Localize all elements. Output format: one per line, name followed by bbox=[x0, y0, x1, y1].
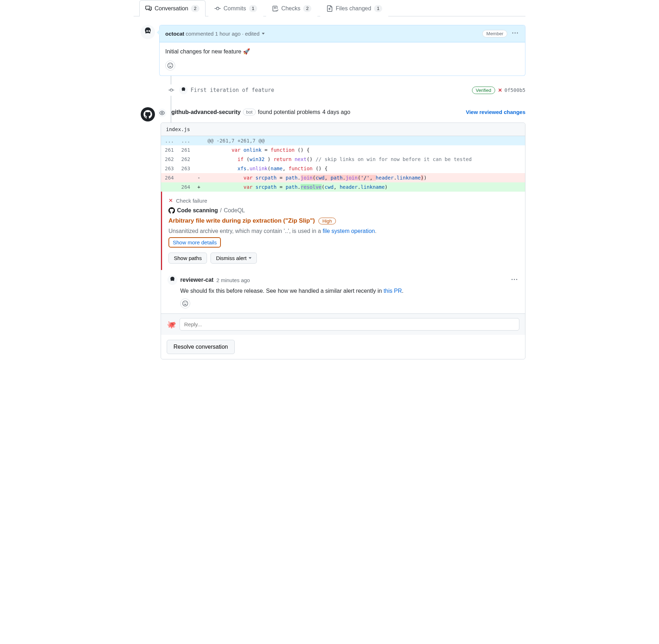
member-badge: Member bbox=[482, 30, 507, 37]
reply-input-row: 🐙 bbox=[161, 313, 525, 335]
comment-body: Initial changes for new feature 🚀 bbox=[160, 42, 525, 61]
commit-sha[interactable]: 0f500b5 bbox=[504, 87, 525, 93]
severity-badge: High bbox=[318, 218, 336, 224]
scanner-name: Code scanning bbox=[177, 207, 218, 214]
alert-desc-link[interactable]: file system operation bbox=[323, 228, 375, 234]
tab-commits[interactable]: Commits 1 bbox=[208, 0, 263, 16]
show-more-details-link[interactable]: Show more details bbox=[173, 239, 217, 245]
tab-checks-label: Checks bbox=[281, 5, 300, 12]
tab-conversation[interactable]: Conversation 2 bbox=[139, 0, 206, 16]
author-avatar[interactable] bbox=[141, 25, 155, 39]
add-reaction-button[interactable] bbox=[165, 61, 175, 71]
edited-dropdown-icon[interactable] bbox=[262, 33, 265, 35]
diff-line[interactable]: 263263 xfs.unlink(name, function () { bbox=[161, 164, 525, 173]
file-diff-icon bbox=[326, 5, 333, 12]
review-verb: found potential problems bbox=[258, 109, 320, 115]
inline-reply-comment: reviewer-cat 2 minutes ago We should fix… bbox=[161, 270, 525, 313]
comment-time[interactable]: 1 hour ago bbox=[215, 31, 241, 37]
current-user-avatar: 🐙 bbox=[167, 320, 176, 329]
bot-badge: bot bbox=[243, 109, 256, 115]
reply-author[interactable]: reviewer-cat bbox=[180, 277, 213, 283]
commit-icon bbox=[166, 84, 177, 96]
diff-table: ......@@ -261,7 +261,7 @@261261 var onli… bbox=[161, 136, 525, 192]
svg-point-1 bbox=[146, 31, 147, 32]
chevron-down-icon bbox=[249, 257, 251, 259]
tab-checks[interactable]: Checks 2 bbox=[266, 0, 318, 16]
tab-files[interactable]: Files changed 1 bbox=[320, 0, 388, 16]
reply-menu-button[interactable] bbox=[510, 275, 519, 285]
reviewer-avatar[interactable] bbox=[141, 107, 155, 121]
verified-badge[interactable]: Verified bbox=[472, 87, 495, 94]
tab-files-label: Files changed bbox=[336, 5, 371, 12]
main-comment: octocat commented 1 hour ago · edited Me… bbox=[159, 25, 525, 76]
diff-line[interactable]: 264+ var srcpath = path.resolve(cwd, hea… bbox=[161, 182, 525, 192]
reply-add-reaction-button[interactable] bbox=[180, 298, 190, 308]
commit-message[interactable]: First iteration of feature bbox=[191, 87, 472, 93]
checklist-icon bbox=[272, 5, 279, 12]
tab-conversation-count: 2 bbox=[191, 5, 199, 12]
tab-conversation-label: Conversation bbox=[155, 5, 188, 12]
commit-author-avatar[interactable] bbox=[179, 86, 188, 94]
reply-body-link[interactable]: this PR bbox=[384, 288, 402, 294]
resolve-conversation-button[interactable]: Resolve conversation bbox=[167, 340, 235, 354]
view-reviewed-changes-link[interactable]: View reviewed changes bbox=[466, 109, 525, 115]
git-commit-icon bbox=[214, 5, 221, 12]
github-mark-icon bbox=[168, 207, 175, 214]
check-failure-label: Check failure bbox=[176, 198, 207, 204]
review-eye-icon bbox=[157, 108, 167, 118]
reply-time[interactable]: 2 minutes ago bbox=[216, 277, 250, 283]
review-file-box: index.js ......@@ -261,7 +261,7 @@261261… bbox=[161, 123, 525, 359]
comment-verb: commented bbox=[186, 31, 213, 37]
alert-title: Arbitrary file write during zip extracti… bbox=[168, 217, 315, 224]
diff-line[interactable]: 261261 var onlink = function () { bbox=[161, 145, 525, 155]
commit-status-fail-icon[interactable]: ✕ bbox=[498, 87, 502, 93]
dismiss-alert-button[interactable]: Dismiss alert bbox=[211, 253, 257, 264]
tab-files-count: 1 bbox=[374, 5, 382, 12]
review-time[interactable]: 4 days ago bbox=[322, 109, 350, 115]
review-author[interactable]: github-advanced-security bbox=[171, 109, 241, 115]
show-more-details-highlight: Show more details bbox=[168, 237, 221, 248]
tab-commits-label: Commits bbox=[224, 5, 246, 12]
code-scanning-alert: ✕ Check failure Code scanning / CodeQL A… bbox=[161, 192, 525, 270]
reply-input[interactable] bbox=[180, 318, 519, 331]
diff-line[interactable]: 264- var srcpath = path.join(cwd, path.j… bbox=[161, 173, 525, 182]
diff-line[interactable]: 262262 if (win32 ) return next() // skip… bbox=[161, 155, 525, 164]
show-paths-button[interactable]: Show paths bbox=[168, 253, 207, 264]
pr-tabnav: Conversation 2 Commits 1 Checks 2 Files … bbox=[134, 0, 525, 16]
alert-description: Unsanitized archive entry, which may con… bbox=[168, 228, 519, 234]
tab-checks-count: 2 bbox=[303, 5, 311, 12]
comment-discussion-icon bbox=[145, 5, 152, 12]
x-icon: ✕ bbox=[168, 197, 173, 204]
comment-edited[interactable]: edited bbox=[245, 31, 260, 37]
file-name[interactable]: index.js bbox=[161, 123, 525, 136]
reply-author-avatar[interactable] bbox=[167, 275, 177, 285]
comment-menu-button[interactable] bbox=[511, 29, 519, 38]
octocat-avatar-icon bbox=[141, 25, 155, 39]
comment-author[interactable]: octocat bbox=[165, 31, 184, 37]
tool-name: CodeQL bbox=[224, 207, 245, 214]
commit-event: First iteration of feature Verified ✕ 0f… bbox=[168, 82, 525, 99]
tab-commits-count: 1 bbox=[249, 5, 257, 12]
svg-point-2 bbox=[149, 31, 149, 32]
github-logo-icon bbox=[144, 110, 152, 119]
reply-body: We should fix this before release. See h… bbox=[180, 288, 519, 294]
